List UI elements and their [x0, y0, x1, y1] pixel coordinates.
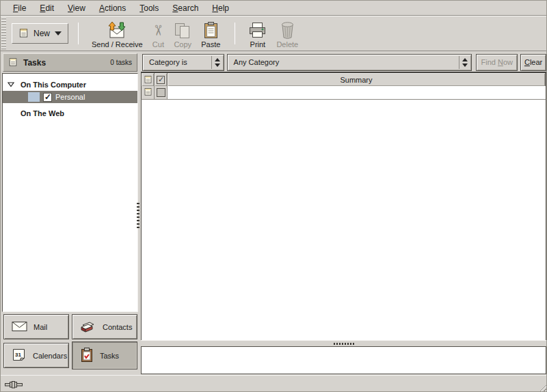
new-task-type-cell [142, 86, 155, 99]
menu-search[interactable]: Search [165, 2, 205, 14]
online-status-icon[interactable] [5, 380, 25, 391]
menubar: File Edit View Actions Tools Search Help [1, 1, 547, 16]
tree-group-label: On This Computer [21, 81, 86, 89]
paste-label: Paste [201, 40, 220, 48]
copy-button[interactable]: Copy [169, 18, 196, 49]
send-receive-label: Send / Receive [92, 40, 143, 48]
send-receive-button[interactable]: Send / Receive [87, 18, 148, 49]
completed-checkbox-icon [157, 76, 165, 84]
menu-edit[interactable]: Edit [33, 2, 61, 14]
menu-actions[interactable]: Actions [92, 2, 133, 14]
cut-icon: ✂ [152, 21, 165, 40]
task-type-icon [144, 87, 152, 98]
column-completed[interactable] [155, 73, 168, 86]
tree-group-label: On The Web [21, 109, 64, 117]
task-table-header: Summary [141, 73, 546, 86]
new-button[interactable]: New [12, 23, 68, 44]
cut-button[interactable]: ✂ Cut [148, 18, 170, 49]
send-receive-icon [106, 21, 128, 40]
splitter-handle-dots[interactable] [334, 343, 354, 345]
tree-item-label: Personal [55, 93, 85, 101]
menu-view[interactable]: View [61, 2, 92, 14]
task-count: 0 tasks [110, 59, 132, 66]
task-view: Category is Any Category Find Now Clear [141, 51, 546, 375]
new-task-completed-cell[interactable] [155, 86, 168, 99]
task-list-area[interactable] [141, 100, 546, 340]
copy-label: Copy [174, 40, 191, 48]
menu-file[interactable]: File [6, 2, 33, 14]
filter-field-value: Category is [143, 58, 211, 66]
paste-button[interactable]: Paste [196, 18, 225, 49]
tasks-icon [80, 347, 94, 364]
content-area: Tasks 0 tasks On This Computer Personal … [1, 51, 547, 375]
contacts-icon [80, 319, 96, 335]
category-dropdown[interactable]: Any Category [227, 54, 472, 71]
spinner-arrows-icon[interactable] [211, 56, 223, 69]
print-icon [248, 21, 267, 40]
chevron-down-icon [55, 31, 62, 36]
switcher-contacts-label: Contacts [103, 323, 132, 331]
tree-group-on-this-computer[interactable]: On This Computer [3, 79, 137, 90]
tree-item-personal[interactable]: Personal [3, 91, 137, 103]
clear-button[interactable]: Clear [520, 54, 546, 71]
tree-group-on-the-web[interactable]: On The Web [3, 107, 137, 119]
task-type-icon [144, 74, 152, 85]
new-button-label: New [34, 29, 50, 38]
category-value: Any Category [228, 58, 459, 66]
toolbar-separator [235, 23, 235, 44]
toolbar: New Send / Receive ✂ Cut Copy [1, 16, 547, 51]
preview-splitter[interactable] [141, 340, 546, 347]
toolbar-drag-handle[interactable] [1, 18, 6, 49]
svg-text:31: 31 [15, 352, 21, 358]
statusbar [1, 375, 547, 392]
paste-icon [202, 21, 219, 40]
delete-button[interactable]: Delete [271, 18, 303, 49]
column-task-type[interactable] [142, 73, 155, 86]
expander-triangle-icon[interactable] [8, 81, 14, 89]
switcher-mail-label: Mail [34, 323, 47, 331]
sidebar-splitter-handle[interactable] [137, 203, 139, 230]
empty-checkbox[interactable] [157, 88, 165, 97]
task-preview-pane[interactable] [141, 347, 546, 374]
window-resize-grip[interactable] [538, 383, 547, 392]
cut-label: Cut [152, 40, 164, 48]
sidebar-header[interactable]: Tasks 0 tasks [3, 53, 137, 72]
spinner-arrows-icon[interactable] [459, 56, 470, 69]
copy-icon [174, 21, 191, 40]
new-task-row[interactable] [141, 86, 546, 100]
find-now-button[interactable]: Find Now [476, 54, 518, 71]
filter-field-dropdown[interactable]: Category is [142, 54, 224, 71]
delete-icon [280, 21, 295, 40]
calendar-icon: 31 [12, 348, 27, 363]
switcher-mail-button[interactable]: Mail [3, 314, 69, 339]
menu-tools[interactable]: Tools [133, 2, 165, 14]
menu-help[interactable]: Help [205, 2, 236, 14]
task-list-color-swatch [28, 92, 40, 102]
new-task-icon [18, 27, 29, 40]
toolbar-separator [78, 23, 79, 44]
print-label: Print [250, 40, 266, 48]
switcher-calendars-label: Calendars [33, 352, 67, 360]
print-button[interactable]: Print [243, 18, 271, 49]
tasks-list-icon [8, 57, 18, 69]
delete-label: Delete [276, 40, 298, 48]
column-summary[interactable]: Summary [168, 73, 546, 86]
switcher-contacts-button[interactable]: Contacts [72, 314, 137, 339]
switcher-tasks-button[interactable]: Tasks [72, 341, 137, 369]
switcher-calendars-button[interactable]: 31 Calendars [3, 343, 69, 368]
task-source-tree: On This Computer Personal On The Web [2, 73, 138, 312]
search-filter-bar: Category is Any Category Find Now Clear [142, 53, 546, 71]
personal-checkbox[interactable] [43, 93, 52, 102]
new-task-summary-input[interactable] [168, 86, 546, 99]
switcher-tasks-label: Tasks [100, 352, 119, 360]
sidebar-title: Tasks [23, 58, 46, 68]
sidebar: Tasks 0 tasks On This Computer Personal … [1, 51, 139, 375]
mail-icon [12, 321, 27, 333]
